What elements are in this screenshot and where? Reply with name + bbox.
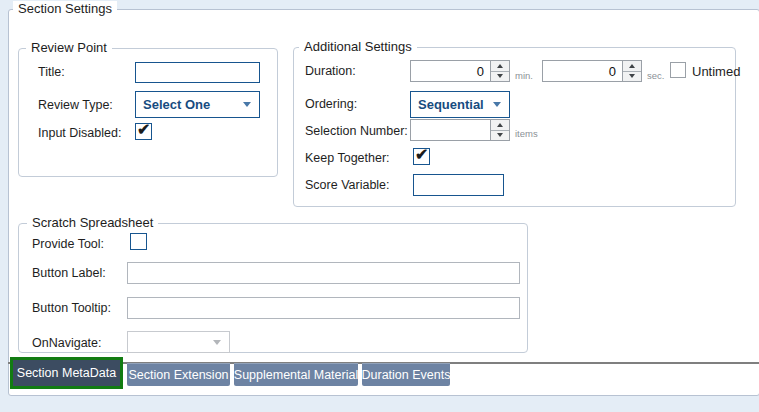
ordering-dropdown[interactable]: Sequential [410, 91, 510, 118]
scratch-spreadsheet-legend: Scratch Spreadsheet [27, 215, 158, 231]
keep-together-checkbox[interactable]: ✔ [413, 148, 430, 165]
selection-number-value [411, 120, 490, 140]
review-type-label: Review Type: [38, 98, 113, 113]
spin-down-button[interactable] [623, 71, 641, 82]
spin-down-icon [629, 74, 635, 78]
checkmark-icon: ✔ [415, 145, 428, 165]
onnavigate-dropdown[interactable] [127, 331, 230, 353]
spin-down-button[interactable] [491, 130, 509, 141]
tab-label: Supplemental Material [234, 368, 358, 382]
spin-down-icon [497, 133, 503, 137]
untimed-checkbox[interactable] [670, 62, 686, 78]
duration-minutes-spinner[interactable]: 0 [410, 60, 510, 82]
minutes-unit-label: min. [515, 70, 533, 81]
duration-seconds-spin-buttons [622, 61, 641, 81]
onnavigate-label: OnNavigate: [32, 336, 101, 351]
items-unit-label: items [515, 128, 538, 139]
ordering-value: Sequential [411, 97, 493, 112]
tab-label: Duration Events [362, 368, 451, 382]
score-variable-label: Score Variable: [305, 178, 390, 193]
checkmark-icon: ✔ [137, 120, 150, 140]
title-input[interactable] [135, 62, 260, 83]
spin-up-icon [629, 64, 635, 68]
input-disabled-checkbox[interactable]: ✔ [135, 123, 152, 140]
additional-settings-legend: Additional Settings [299, 39, 417, 55]
button-label-input[interactable] [127, 262, 520, 284]
duration-seconds-spinner[interactable]: 0 [542, 60, 642, 82]
selection-number-label: Selection Number: [305, 124, 408, 139]
keep-together-label: Keep Together: [305, 151, 390, 166]
duration-minutes-value: 0 [411, 61, 490, 81]
spin-up-icon [497, 64, 503, 68]
seconds-unit-label: sec. [647, 70, 664, 81]
review-type-value: Select One [136, 97, 243, 112]
input-disabled-label: Input Disabled: [38, 126, 121, 141]
score-variable-input[interactable] [413, 174, 504, 196]
spin-down-icon [497, 74, 503, 78]
untimed-label: Untimed [692, 64, 740, 79]
duration-label: Duration: [305, 64, 356, 79]
review-point-legend: Review Point [26, 40, 112, 56]
review-type-dropdown[interactable]: Select One [135, 91, 260, 118]
tab-label: Section Extension [128, 368, 228, 382]
button-tooltip-label: Button Tooltip: [32, 301, 111, 316]
button-tooltip-input[interactable] [127, 297, 520, 319]
ordering-label: Ordering: [305, 97, 357, 112]
tab-section-metadata[interactable]: Section MetaData [10, 357, 123, 389]
spin-up-icon [497, 123, 503, 127]
tab-section-extension[interactable]: Section Extension [127, 363, 230, 386]
chevron-down-icon [213, 340, 221, 345]
spin-up-button[interactable] [491, 120, 509, 130]
button-label-label: Button Label: [32, 266, 106, 281]
provide-tool-checkbox[interactable] [130, 233, 147, 250]
selection-number-spinner[interactable] [410, 119, 510, 141]
tab-label: Section MetaData [17, 366, 116, 380]
spin-down-button[interactable] [491, 71, 509, 82]
chevron-down-icon [243, 102, 251, 107]
duration-minutes-spin-buttons [490, 61, 509, 81]
section-settings-page: Section Settings Review Point Title: Rev… [0, 0, 759, 412]
duration-seconds-value: 0 [543, 61, 622, 81]
chevron-down-icon [493, 102, 501, 107]
spin-up-button[interactable] [623, 61, 641, 71]
spin-up-button[interactable] [491, 61, 509, 71]
provide-tool-label: Provide Tool: [32, 237, 104, 252]
title-label: Title: [38, 65, 65, 80]
selection-number-spin-buttons [490, 120, 509, 140]
tab-duration-events[interactable]: Duration Events [362, 363, 450, 386]
section-settings-legend: Section Settings [13, 1, 117, 17]
tab-supplemental-material[interactable]: Supplemental Material [234, 363, 358, 386]
